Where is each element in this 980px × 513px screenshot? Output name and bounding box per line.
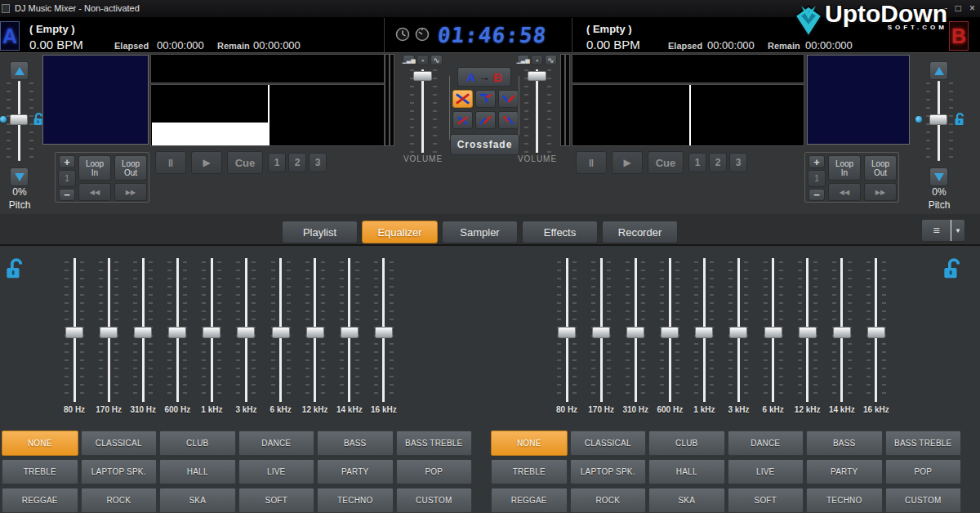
deck-a-loop-in-button[interactable]: Loop In (78, 155, 111, 181)
deck-b-play-button[interactable]: ▶ (612, 151, 643, 174)
eq-slider-handle[interactable] (799, 327, 817, 338)
deck-a-hotcue-button[interactable]: 3 (309, 153, 327, 172)
preset-button[interactable]: ROCK (570, 488, 647, 513)
deck-a-rewind-button[interactable]: ◀◀ (78, 183, 111, 201)
deck-b-loop-minus-button[interactable]: − (808, 189, 825, 201)
eq-slider-handle[interactable] (833, 327, 851, 338)
eq-slider-handle[interactable] (134, 327, 152, 338)
deck-a-loop-minus-button[interactable]: − (59, 189, 75, 201)
deck-a-loop-out-button[interactable]: Loop Out (114, 155, 147, 181)
preset-button[interactable]: NONE (491, 430, 568, 456)
deck-b-volume-slider[interactable] (536, 69, 538, 153)
preset-button[interactable]: LAPTOP SPK. (570, 459, 647, 484)
deck-a-pitch-handle[interactable] (10, 114, 28, 125)
deck-b-rewind-button[interactable]: ◀◀ (828, 183, 861, 201)
wave-icon[interactable]: ∿ (430, 55, 443, 65)
eq-right-lock-icon[interactable] (942, 257, 960, 279)
preset-button[interactable]: NONE (2, 430, 78, 456)
eq-slider[interactable] (721, 258, 755, 402)
eq-bars-icon[interactable]: ▁▃▅ (403, 55, 415, 65)
eq-slider-handle[interactable] (306, 327, 324, 338)
eq-slider-handle[interactable] (375, 327, 393, 338)
deck-b-pitch-lock-icon[interactable] (954, 112, 965, 126)
preset-button[interactable]: HALL (648, 459, 725, 484)
wave-icon[interactable]: ∿ (545, 55, 557, 65)
preset-button[interactable]: LAPTOP SPK. (81, 459, 158, 484)
deck-a-pitch-down-button[interactable] (10, 167, 29, 186)
eq-slider-handle[interactable] (203, 327, 220, 338)
preset-button[interactable]: CLASSICAL (81, 430, 158, 456)
crossfade-ab-button[interactable]: A → B (457, 67, 511, 87)
clock-icon[interactable] (395, 27, 410, 42)
eq-slider-handle[interactable] (592, 327, 610, 338)
preset-button[interactable]: BASS TREBLE (885, 430, 962, 456)
preset-button[interactable]: LIVE (238, 459, 315, 484)
preset-button[interactable]: CUSTOM (885, 488, 962, 513)
deck-b-loop-out-button[interactable]: Loop Out (864, 155, 897, 181)
preset-button[interactable]: SOFT (238, 488, 315, 513)
deck-a-waveform-main[interactable] (150, 84, 385, 146)
deck-b-loop-in-button[interactable]: Loop In (828, 155, 861, 181)
preset-button[interactable]: SKA (648, 488, 725, 513)
eq-slider-handle[interactable] (341, 327, 359, 338)
deck-b-volume-handle[interactable] (528, 71, 546, 81)
preset-button[interactable]: PARTY (317, 459, 394, 484)
eq-slider-handle[interactable] (100, 327, 118, 338)
deck-a-cue-button[interactable]: Cue (227, 151, 263, 174)
deck-b-pause-button[interactable]: ‖ (576, 151, 607, 174)
preset-button[interactable]: BASS TREBLE (396, 430, 473, 456)
preset-button[interactable]: POP (885, 459, 962, 484)
preset-button[interactable]: REGGAE (2, 488, 78, 513)
deck-b-hotcue-button[interactable]: 1 (688, 153, 706, 172)
eq-slider[interactable] (126, 258, 160, 402)
tab[interactable]: Recorder (602, 221, 678, 243)
deck-b-pitch-up-button[interactable] (929, 61, 948, 80)
deck-b-hotcue-button[interactable]: 3 (729, 153, 747, 172)
crossfade-label-button[interactable]: Crossfade (450, 134, 519, 155)
tab[interactable]: Sampler (442, 221, 518, 243)
crossfade-curve-cut-button[interactable] (452, 90, 473, 108)
preset-button[interactable]: DANCE (238, 430, 315, 456)
preset-button[interactable]: PARTY (806, 459, 883, 484)
deck-b-cue-button[interactable]: Cue (648, 151, 684, 174)
eq-left-lock-icon[interactable] (5, 257, 23, 279)
eq-slider[interactable] (550, 258, 584, 402)
crossfade-curve-cross-button[interactable] (452, 111, 473, 129)
deck-b-waveform-main[interactable] (572, 84, 804, 146)
deck-b-waveform-overview[interactable] (572, 54, 804, 83)
eq-slider[interactable] (584, 258, 618, 402)
preset-button[interactable]: ROCK (81, 488, 158, 513)
eq-slider-handle[interactable] (168, 327, 186, 338)
mute-knob-icon[interactable]: ● (416, 55, 429, 65)
close-button[interactable]: × (969, 2, 975, 15)
preset-button[interactable]: BASS (806, 430, 883, 456)
eq-slider[interactable] (57, 258, 91, 402)
preset-button[interactable]: POP (396, 459, 473, 484)
crossfade-curve-rise-button[interactable] (475, 111, 496, 129)
preset-button[interactable]: TECHNO (806, 488, 883, 513)
deck-a-loop-plus-button[interactable]: + (59, 155, 75, 168)
preset-button[interactable]: BASS (317, 430, 394, 456)
eq-slider-handle[interactable] (661, 327, 679, 338)
eq-bars-icon[interactable]: ▁▃▅ (517, 55, 529, 65)
deck-b-loop-plus-button[interactable]: + (808, 155, 825, 168)
deck-a-pitch-up-button[interactable] (10, 61, 29, 80)
eq-slider[interactable] (825, 258, 859, 402)
preset-button[interactable]: CLUB (159, 430, 236, 456)
deck-a-hotcue-button[interactable]: 2 (288, 153, 306, 172)
timer-icon[interactable] (415, 27, 430, 42)
eq-slider-handle[interactable] (626, 327, 644, 338)
mute-knob-icon[interactable]: ● (531, 55, 543, 65)
eq-slider[interactable] (653, 258, 687, 402)
eq-slider[interactable] (687, 258, 721, 402)
deck-b-pitch-handle[interactable] (929, 114, 947, 125)
eq-slider[interactable] (264, 258, 298, 402)
eq-slider[interactable] (91, 258, 126, 402)
eq-slider[interactable] (332, 258, 367, 402)
crossfade-curve-fast-button[interactable] (475, 90, 496, 108)
maximize-button[interactable]: □ (956, 2, 961, 15)
preset-button[interactable]: CLASSICAL (570, 430, 647, 456)
preset-button[interactable]: HALL (159, 459, 236, 484)
preset-button[interactable]: CLUB (648, 430, 725, 456)
eq-slider[interactable] (367, 258, 401, 402)
